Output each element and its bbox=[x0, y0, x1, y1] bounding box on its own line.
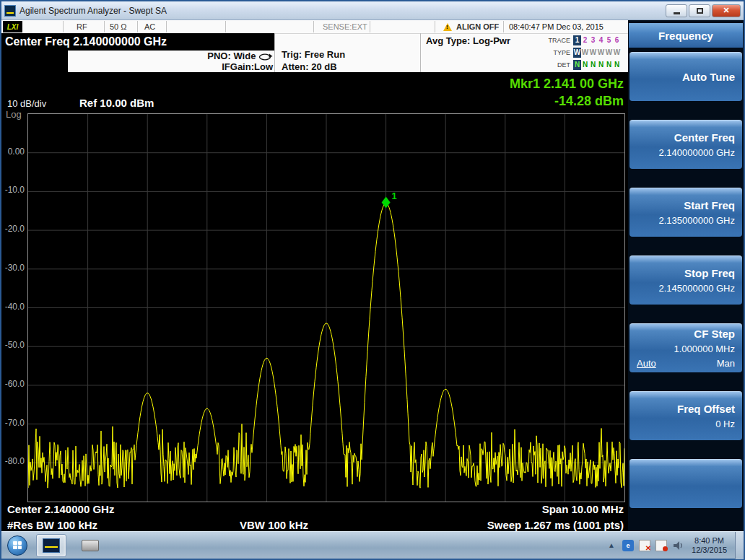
y-axis-tick-label: -30.0 bbox=[3, 263, 25, 273]
system-tray: ▲ e ✕ 8:40 PM 12/3/2015 bbox=[606, 532, 744, 559]
grid-lines bbox=[28, 114, 624, 502]
trace-row-types-cell: W bbox=[597, 48, 605, 58]
type-label: TYPE bbox=[544, 49, 573, 56]
det-label: DET bbox=[544, 61, 573, 69]
softkey-label: Freq Offset bbox=[677, 403, 735, 415]
marker-frequency: Mkr1 2.141 00 GHz bbox=[510, 75, 624, 92]
marker-amplitude: -14.28 dBm bbox=[510, 92, 624, 110]
trace-row-dets-cell: N bbox=[605, 60, 613, 70]
trace-row-types-cell: W bbox=[573, 48, 581, 58]
softkey-freq-offset[interactable]: Freq Offset 0 Hz bbox=[629, 391, 742, 440]
trace-row-dets-cell: N bbox=[573, 60, 581, 70]
trace-row-numbers-cell: 1 bbox=[573, 35, 581, 45]
trace-row-types-cell: W bbox=[605, 48, 613, 58]
windows-taskbar: ▲ e ✕ 8:40 PM 12/3/2015 bbox=[1, 531, 744, 559]
spectrum-plot-svg: 1 bbox=[28, 114, 624, 502]
close-button[interactable]: ✕ bbox=[712, 4, 741, 17]
trace-label: TRACE bbox=[544, 37, 573, 44]
tray-status-icon-2[interactable] bbox=[655, 540, 667, 551]
trace-row-dets: NNNNNN bbox=[573, 60, 621, 70]
alert-badge-icon bbox=[663, 546, 668, 551]
trace-row-numbers-cell: 2 bbox=[581, 35, 589, 45]
y-axis-tick-label: -10.0 bbox=[3, 185, 25, 195]
softkey-center-freq[interactable]: Center Freq 2.140000000 GHz bbox=[629, 120, 742, 169]
trigger-status: Trig: Free Run bbox=[282, 48, 345, 61]
trace-row-dets-cell: N bbox=[581, 60, 589, 70]
align-warning-icon bbox=[443, 23, 452, 31]
pno-label: PNO: Wide bbox=[207, 51, 256, 61]
trace-row-numbers: 123456 bbox=[573, 35, 621, 45]
window-title: Agilent Spectrum Analyzer - Swept SA bbox=[19, 6, 666, 16]
align-status: ALIGN OFF bbox=[456, 22, 499, 31]
device-icon bbox=[82, 540, 99, 551]
y-axis-tick-label: -80.0 bbox=[3, 456, 25, 466]
center-freq-annotation: Center 2.140000 GHz bbox=[7, 503, 114, 515]
softkey-auto-tune[interactable]: Auto Tune bbox=[629, 52, 742, 101]
cf-step-auto-option[interactable]: Auto bbox=[637, 358, 656, 369]
softkey-panel: Frequency Auto Tune Center Freq 2.140000… bbox=[628, 20, 744, 533]
chevron-up-icon[interactable]: ▲ bbox=[606, 540, 617, 551]
softkey-menu-title: Frequency bbox=[629, 23, 743, 48]
trace-row-numbers-cell: 3 bbox=[589, 35, 597, 45]
softkey-value: 0 Hz bbox=[715, 419, 735, 429]
pno-loop-icon bbox=[258, 53, 273, 61]
maximize-icon bbox=[697, 8, 703, 14]
softkey-value: 2.145000000 GHz bbox=[658, 283, 735, 294]
close-icon: ✕ bbox=[723, 6, 729, 15]
trace-row-types-cell: W bbox=[589, 48, 597, 58]
pno-block: PNO: Wide IFGain:Low bbox=[167, 51, 273, 72]
trace-row-numbers-cell: 6 bbox=[613, 35, 621, 45]
ifgain-label: IFGain:Low bbox=[167, 61, 273, 72]
taskbar-app-spectrum-analyzer[interactable] bbox=[36, 534, 66, 557]
softkey-start-freq[interactable]: Start Freq 2.135000000 GHz bbox=[629, 188, 742, 237]
softkey-cf-step[interactable]: CF Step 1.000000 MHz Auto Man bbox=[629, 323, 742, 372]
coupling-indicator: AC bbox=[144, 22, 155, 31]
trace-row-types-cell: W bbox=[613, 48, 621, 58]
show-desktop-button[interactable] bbox=[735, 532, 744, 559]
avg-type-status: Avg Type: Log-Pwr bbox=[426, 35, 510, 46]
lxi-indicator: LXI bbox=[3, 21, 22, 32]
marker-number-label: 1 bbox=[392, 191, 397, 201]
trace-row-dets-cell: N bbox=[597, 60, 605, 70]
ref-level-label: Ref 10.00 dBm bbox=[79, 97, 154, 109]
y-axis-tick-label: -60.0 bbox=[3, 379, 25, 389]
spectrum-analyzer-icon bbox=[43, 538, 60, 553]
taskbar-app-device[interactable] bbox=[75, 534, 105, 557]
app-window: Agilent Spectrum Analyzer - Swept SA ✕ L… bbox=[0, 0, 745, 560]
sense-indicator: SENSE:EXT bbox=[323, 22, 367, 31]
softkey-value: 2.135000000 GHz bbox=[658, 215, 735, 226]
attenuation-status: Atten: 20 dB bbox=[282, 61, 345, 73]
instrument-screen: LXI RF 50 Ω AC SENSE:EXT ALIGN OFF 08:40… bbox=[1, 20, 744, 533]
minimize-icon bbox=[674, 12, 680, 14]
span-annotation: Span 10.00 MHz bbox=[542, 503, 624, 515]
trace-row-types: WWWWWW bbox=[573, 48, 621, 58]
spectrum-plot: 1 bbox=[27, 113, 625, 502]
softkey-label: CF Step bbox=[694, 328, 735, 340]
start-button[interactable] bbox=[7, 535, 27, 556]
clock-time: 8:40 PM bbox=[692, 536, 727, 546]
softkey-blank[interactable] bbox=[629, 459, 742, 508]
y-axis-tick-label: 0.00 bbox=[3, 146, 25, 157]
tray-status-icon-1[interactable]: ✕ bbox=[639, 540, 650, 551]
speaker-icon[interactable] bbox=[672, 540, 684, 551]
tray-app-icon[interactable]: e bbox=[622, 540, 634, 551]
window-titlebar: Agilent Spectrum Analyzer - Swept SA ✕ bbox=[1, 1, 744, 20]
softkey-label: Stop Freq bbox=[684, 267, 735, 279]
taskbar-clock[interactable]: 8:40 PM 12/3/2015 bbox=[692, 536, 727, 555]
softkey-value: 2.140000000 GHz bbox=[658, 147, 735, 158]
maximize-button[interactable] bbox=[689, 4, 710, 17]
window-icon[interactable] bbox=[4, 5, 16, 17]
trace-row-numbers-cell: 4 bbox=[597, 35, 605, 45]
y-axis-tick-label: -20.0 bbox=[3, 224, 25, 234]
vbw-annotation: VBW 100 kHz bbox=[240, 519, 308, 531]
rf-indicator: RF bbox=[77, 22, 87, 31]
cf-step-man-option[interactable]: Man bbox=[717, 358, 735, 369]
windows-logo-icon bbox=[13, 541, 22, 549]
softkey-stop-freq[interactable]: Stop Freq 2.145000000 GHz bbox=[629, 255, 742, 305]
trace-row-numbers-cell: 5 bbox=[605, 35, 613, 45]
y-axis-tick-label: -70.0 bbox=[3, 418, 25, 428]
softkey-label: Auto Tune bbox=[682, 71, 735, 83]
minimize-button[interactable] bbox=[666, 4, 687, 17]
trace-row-dets-cell: N bbox=[613, 60, 621, 70]
error-badge-icon: ✕ bbox=[645, 544, 651, 552]
